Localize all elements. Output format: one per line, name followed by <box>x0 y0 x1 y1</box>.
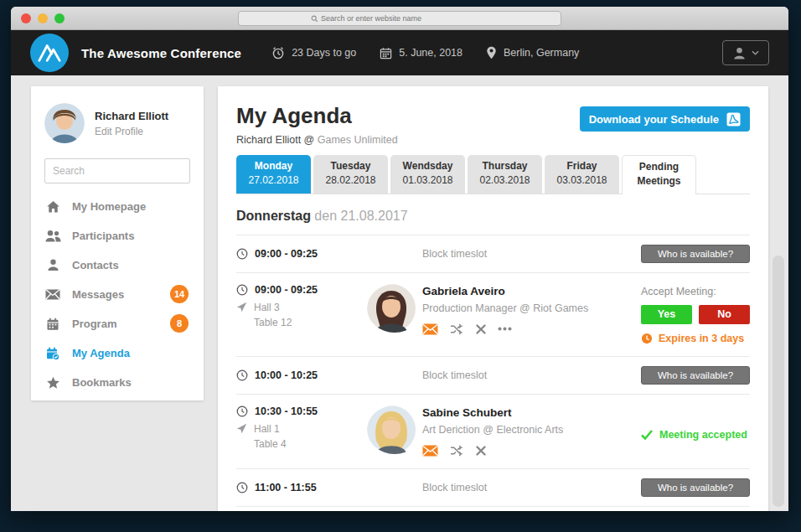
participant-name[interactable]: Gabriela Aveiro <box>422 285 641 297</box>
window-controls <box>21 13 65 23</box>
block-timeslot-label: Block timeslot <box>345 482 641 493</box>
table-label: Table 4 <box>236 438 345 450</box>
chevron-down-icon <box>752 50 759 55</box>
tab-thursday[interactable]: Thursday02.03.2018 <box>468 155 542 194</box>
edit-profile-link[interactable]: Edit Profile <box>95 126 168 137</box>
zoom-window-button[interactable] <box>54 13 65 23</box>
sidebar-item-messages[interactable]: Messages 14 <box>44 280 190 309</box>
timeslot-time: 09:00 - 09:25 <box>236 284 345 296</box>
scrollbar-thumb[interactable] <box>773 256 784 507</box>
avatar[interactable] <box>367 284 422 333</box>
tab-monday[interactable]: Monday27.02.2018 <box>236 155 311 194</box>
messages-badge: 14 <box>170 285 189 303</box>
star-icon <box>44 376 61 390</box>
participant-role: Production Manager @ Riot Games <box>422 302 641 314</box>
user-icon <box>732 46 747 60</box>
timeslot-row-block: 09:00 - 09:25 Block timeslot Who is avai… <box>236 235 750 273</box>
day-heading: Donnerstag den 21.08.2017 <box>236 209 750 224</box>
sidebar-item-my-agenda[interactable]: My Agenda <box>44 338 190 368</box>
sidebar-item-participants[interactable]: Participants <box>44 221 190 251</box>
sidebar-item-my-homepage[interactable]: My Homepage <box>44 192 190 221</box>
block-timeslot-label: Block timeslot <box>345 248 641 260</box>
avatar[interactable] <box>367 405 422 454</box>
block-timeslot-label: Block timeslot <box>345 369 641 381</box>
sidebar: Richard Elliott Edit Profile My Homepage… <box>31 86 204 400</box>
accept-yes-button[interactable]: Yes <box>641 305 692 324</box>
person-icon <box>44 259 61 271</box>
agenda-header: My Agenda Richard Elliott @ Games Unlimi… <box>236 86 750 152</box>
content-area: Richard Elliott Edit Profile My Homepage… <box>11 75 788 511</box>
avatar[interactable] <box>44 103 85 143</box>
reschedule-icon[interactable] <box>450 445 464 457</box>
who-is-available-button[interactable]: Who is available? <box>641 478 750 497</box>
message-icon[interactable] <box>422 445 438 457</box>
profile-name: Richard Elliott <box>95 110 168 122</box>
sidebar-item-program[interactable]: Program 8 <box>44 309 190 338</box>
event-location: Berlin, Germany <box>486 46 579 59</box>
address-bar[interactable] <box>238 11 561 26</box>
hall-label: Hall 3 <box>236 302 345 313</box>
clock-icon <box>236 284 248 296</box>
tab-wednesday[interactable]: Wendsday01.03.2018 <box>390 155 465 194</box>
expires-clock-icon <box>641 333 653 344</box>
timeslot-time: 10:00 - 10:25 <box>236 369 345 381</box>
accept-no-button[interactable]: No <box>699 305 750 324</box>
timeslot-time: 11:00 - 11:55 <box>236 482 345 493</box>
who-is-available-button[interactable]: Who is available? <box>641 366 750 385</box>
cancel-icon[interactable] <box>476 446 486 456</box>
message-icon[interactable] <box>422 323 438 335</box>
countdown: 23 Days to go <box>271 46 356 59</box>
alarm-clock-icon <box>271 46 285 59</box>
participant-role: Art Deriction @ Electronic Arts <box>422 424 641 436</box>
app-title: The Awesome Conference <box>81 46 241 60</box>
expires-warning: Expires in 3 days <box>641 333 750 344</box>
tab-tuesday[interactable]: Tuesday28.02.2018 <box>313 155 388 194</box>
who-is-available-button[interactable]: Who is available? <box>641 245 750 263</box>
sidebar-nav: My Homepage Participants Contacts Messag… <box>44 192 190 397</box>
browser-window: The Awesome Conference 23 Days to go 5. … <box>11 7 788 511</box>
close-window-button[interactable] <box>21 13 31 23</box>
download-schedule-button[interactable]: Download your Schedule <box>580 106 750 132</box>
timeslot-row-block: 11:00 - 11:55 Block timeslot Who is avai… <box>236 469 750 507</box>
meeting-row: 09:00 - 09:25 Hall 3 Table 12 Gabriela A… <box>236 273 750 357</box>
hall-label: Hall 1 <box>236 423 345 435</box>
user-menu-button[interactable] <box>722 40 769 65</box>
clock-icon <box>236 248 248 260</box>
agenda-panel: My Agenda Richard Elliott @ Games Unlimi… <box>218 86 768 511</box>
calendar-icon <box>380 47 392 59</box>
event-date: 5. June, 2018 <box>380 47 463 59</box>
sidebar-search[interactable] <box>44 158 190 183</box>
minimize-window-button[interactable] <box>38 13 48 23</box>
timeslot-time: 09:00 - 09:25 <box>236 248 345 260</box>
people-icon <box>44 230 61 242</box>
clock-icon <box>236 405 248 417</box>
pdf-icon <box>726 112 741 127</box>
check-icon <box>641 430 653 440</box>
clock-icon <box>236 482 248 493</box>
tab-pending-meetings[interactable]: PendingMeetings <box>622 155 696 194</box>
meeting-row: 10:30 - 10:55 Hall 1 Table 4 Sabine Schu… <box>236 395 750 469</box>
conference-logo-icon[interactable] <box>30 34 69 72</box>
more-options-icon[interactable] <box>498 327 512 331</box>
tab-friday[interactable]: Friday03.03.2018 <box>545 155 619 194</box>
app-header: The Awesome Conference 23 Days to go 5. … <box>11 30 788 75</box>
sidebar-item-bookmarks[interactable]: Bookmarks <box>44 368 190 397</box>
search-icon <box>311 11 318 26</box>
home-icon <box>44 200 61 214</box>
accept-meeting-label: Accept Meeting: <box>641 286 750 297</box>
table-label: Table 12 <box>236 317 345 328</box>
profile-block: Richard Elliott Edit Profile <box>44 103 190 143</box>
calendar-icon <box>44 318 61 331</box>
participant-name[interactable]: Sabine Schubert <box>422 406 641 419</box>
meeting-accepted-status: Meeting accepted <box>641 429 750 441</box>
sidebar-item-contacts[interactable]: Contacts <box>44 251 190 280</box>
day-tabs: Monday27.02.2018 Tuesday28.02.2018 Wends… <box>236 155 750 194</box>
reschedule-icon[interactable] <box>450 323 464 335</box>
cancel-icon[interactable] <box>476 324 486 334</box>
sidebar-search-input[interactable] <box>53 165 183 177</box>
calendar-check-icon <box>44 347 61 360</box>
browser-chrome <box>11 7 788 30</box>
address-input[interactable] <box>321 14 488 23</box>
location-arrow-icon <box>236 423 247 434</box>
envelope-icon <box>44 289 61 300</box>
